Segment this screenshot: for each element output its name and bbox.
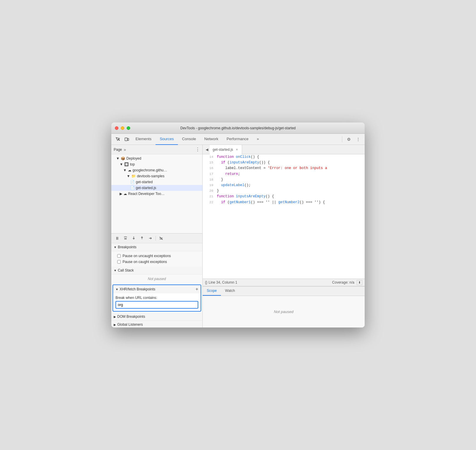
code-line-20: 20 } [203, 188, 365, 194]
toolbar-right: ⚙ ⋮ [341, 135, 362, 143]
pause-uncaught-label: Pause on uncaught exceptions [123, 254, 171, 258]
status-position: Line 34, Column 1 [209, 280, 237, 284]
window-title: DevTools - googlechrome.github.io/devtoo… [180, 126, 296, 130]
tab-performance[interactable]: Performance [222, 134, 252, 145]
traffic-lights [115, 126, 130, 130]
break-url-label: Break when URL contains: [115, 296, 198, 300]
main-toolbar: Elements Sources Console Network Perform… [111, 134, 365, 145]
close-button[interactable] [115, 126, 118, 130]
tree-item-get-started[interactable]: 📄 get-started [111, 179, 202, 185]
code-line-21: 21 function inputsAreEmpty() { [203, 194, 365, 199]
tab-network[interactable]: Network [200, 134, 223, 145]
tab-scope[interactable]: Scope [203, 286, 221, 296]
page-more-btn[interactable]: » [124, 147, 126, 152]
ds-arrow-icon: ▼ [127, 174, 130, 178]
left-panel: Page » ⋮ ▼ 📦 Deployed ▼ 🔲 top ▼ ☁ [111, 145, 203, 327]
step-btn[interactable] [147, 235, 154, 242]
gl-arrow-icon: ▶ [114, 323, 116, 326]
global-listeners-title: Global Listeners [117, 322, 143, 327]
debug-sep [156, 236, 156, 241]
breakpoints-section-header[interactable]: ▼ Breakpoints [111, 243, 202, 251]
tab-watch[interactable]: Watch [221, 286, 239, 296]
pause-caught-row: Pause on caught exceptions [117, 259, 200, 265]
minimize-button[interactable] [121, 126, 124, 130]
svg-rect-0 [125, 138, 127, 141]
xhr-content: Break when URL contains: [113, 293, 201, 311]
dom-breakpoints-section[interactable]: ▶ DOM Breakpoints [111, 313, 202, 321]
code-line-22: 22 if (getNumber1() === '' || getNumber2… [203, 200, 365, 205]
deactivate-breakpoints-btn[interactable] [158, 235, 165, 242]
tree-item-label: get-started.js [136, 186, 156, 190]
xhr-breakpoints-section: ▼ XHR/fetch Breakpoints + Break when URL… [113, 284, 201, 312]
settings-button[interactable]: ⚙ [345, 135, 353, 143]
tree-item-label: Deployed [126, 156, 141, 161]
step-over-btn[interactable] [122, 235, 129, 242]
code-line-17: 17 return; [203, 171, 365, 177]
pause-caught-checkbox[interactable] [117, 260, 121, 264]
top-arrow-icon: ▼ [120, 162, 123, 166]
coverage-icon[interactable]: ⬇ [357, 280, 362, 285]
deployed-arrow-icon: ▼ [116, 156, 120, 161]
step-into-btn[interactable] [130, 235, 137, 242]
xhr-arrow-icon: ▼ [115, 288, 118, 291]
file-tree: ▼ 📦 Deployed ▼ 🔲 top ▼ ☁ googlechrome.gi… [111, 154, 202, 233]
status-right: Coverage: n/a ⬇ [332, 280, 362, 285]
step-out-btn[interactable] [138, 235, 146, 242]
tree-item-get-started-js[interactable]: 📄 get-started.js [111, 185, 202, 191]
pause-uncaught-checkbox[interactable] [117, 254, 121, 258]
tab-sources[interactable]: Sources [156, 134, 178, 145]
maximize-button[interactable] [127, 126, 130, 130]
tree-item-googlechrome[interactable]: ▼ ☁ googlechrome.githu… [111, 167, 202, 173]
code-line-14: 14 function onClick() { [203, 154, 365, 160]
editor-tab-get-started-js[interactable]: get-started.js × [210, 145, 242, 154]
devtools-window: DevTools - googlechrome.github.io/devtoo… [111, 123, 365, 327]
code-line-18: 18 } [203, 177, 365, 183]
call-stack-arrow-icon: ▼ [114, 269, 117, 272]
breakpoints-content: Pause on uncaught exceptions Pause on ca… [111, 251, 202, 267]
inspect-element-btn[interactable] [114, 135, 122, 143]
dom-breakpoints-title: DOM Breakpoints [117, 315, 145, 319]
page-menu-btn[interactable]: ⋮ [195, 147, 200, 152]
xhr-add-button[interactable]: + [196, 287, 198, 292]
breakpoints-arrow-icon: ▼ [114, 246, 117, 249]
scope-not-paused: Not paused [274, 310, 294, 314]
coverage-label: Coverage: n/a [332, 280, 354, 284]
toolbar-sep [342, 136, 342, 142]
xhr-url-input[interactable] [115, 301, 198, 309]
call-stack-section-header[interactable]: ▼ Call Stack [111, 267, 202, 274]
code-editor[interactable]: 14 function onClick() { 15 if (inputsAre… [203, 154, 365, 279]
pause-caught-label: Pause on caught exceptions [123, 260, 167, 264]
tree-item-devtools-samples[interactable]: ▼ 📁 devtools-samples [111, 173, 202, 179]
global-listeners-section[interactable]: ▶ Global Listeners [111, 321, 202, 327]
pause-uncaught-row: Pause on uncaught exceptions [117, 253, 200, 259]
debug-toolbar: ⏸ [111, 234, 202, 243]
tab-more[interactable]: » [253, 134, 263, 145]
page-label: Page [114, 148, 122, 152]
editor-tab-nav-btn[interactable]: ◀ [204, 147, 210, 153]
code-line-15: 15 if (inputsAreEmpty()) { [203, 160, 365, 166]
scope-content: Not paused [203, 296, 365, 327]
tree-item-label: get-started [136, 180, 153, 184]
status-format-icon: {} [205, 280, 207, 284]
right-panel: ◀ get-started.js × 14 function onClick()… [203, 145, 365, 327]
dom-arrow-icon: ▶ [114, 315, 116, 318]
main-area: Page » ⋮ ▼ 📦 Deployed ▼ 🔲 top ▼ ☁ [111, 145, 365, 327]
debug-panel: ⏸ [111, 233, 202, 327]
device-toolbar-btn[interactable] [123, 135, 131, 143]
status-left: {} Line 34, Column 1 [205, 280, 237, 284]
scope-tabs: Scope Watch [203, 287, 365, 296]
code-line-19: 19 updateLabel(); [203, 183, 365, 188]
pause-btn[interactable]: ⏸ [114, 235, 121, 242]
tab-console[interactable]: Console [178, 134, 200, 145]
call-stack-title: Call Stack [118, 268, 134, 272]
svg-rect-1 [128, 138, 129, 140]
editor-tab-close-btn[interactable]: × [235, 148, 239, 152]
tree-item-deployed[interactable]: ▼ 📦 Deployed [111, 155, 202, 161]
tab-elements[interactable]: Elements [131, 134, 156, 145]
xhr-title: XHR/fetch Breakpoints [120, 287, 155, 291]
xhr-header: ▼ XHR/fetch Breakpoints + [113, 285, 201, 293]
tree-item-react-dev[interactable]: ▶ ☁ React Developer Too… [111, 191, 202, 197]
more-options-button[interactable]: ⋮ [354, 135, 362, 143]
tree-item-top[interactable]: ▼ 🔲 top [111, 161, 202, 167]
react-arrow-icon: ▶ [120, 192, 122, 196]
